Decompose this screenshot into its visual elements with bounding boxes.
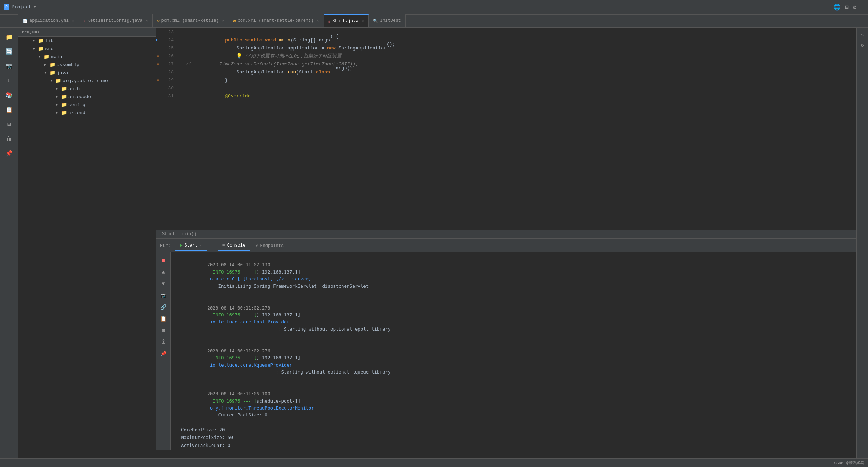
sidebar-project-icon[interactable]: 📁	[3, 31, 16, 44]
globe-icon[interactable]: 🌐	[833, 4, 841, 11]
line-30: 30	[156, 84, 178, 92]
minus-icon[interactable]: —	[861, 4, 864, 11]
tab-pom-parent[interactable]: m pom.xml (smart-kettle-parent) ✕	[229, 14, 324, 27]
code-line-30	[178, 84, 856, 92]
folder-icon: 📁	[61, 110, 67, 116]
status-right: CSDN @最强奚乌	[834, 460, 864, 466]
pin-icon[interactable]: 📌	[158, 348, 169, 359]
line-29: ● 29	[156, 76, 178, 84]
tab-application-yml[interactable]: 📄 application.yml ✕	[18, 14, 79, 27]
code-line-31: @Override	[178, 92, 856, 100]
line-28: 28	[156, 68, 178, 76]
settings-icon[interactable]: ⚙	[853, 4, 857, 11]
sidebar-down-icon[interactable]: ⬇	[3, 74, 16, 87]
tab-close[interactable]: ✕	[222, 19, 224, 23]
debug-marker: ●	[157, 61, 159, 67]
tab-label: pom.xml (smart-kettle)	[161, 18, 219, 23]
tab-console[interactable]: ⌨ Console	[218, 240, 251, 251]
main-area: 📁 🔄 📷 ⬇ 📚 📋 ⊞ 🗑 📌 Project ▶ 📁 lib ▼ 📁 sr…	[0, 28, 868, 458]
tree-item-autocode[interactable]: ▶ 📁 autocode	[18, 93, 156, 101]
tree-item-label: auth	[68, 86, 80, 92]
tree-item-label: config	[68, 102, 85, 108]
sidebar-trash-icon[interactable]: 🗑	[3, 132, 16, 145]
run-text: Run:	[160, 243, 171, 248]
sidebar-clipboard-icon[interactable]: 📋	[3, 103, 16, 116]
tab-pom-smart-kettle[interactable]: m pom.xml (smart-kettle) ✕	[153, 14, 229, 27]
tree-item-java[interactable]: ▼ 📁 java	[18, 69, 156, 77]
sidebar-history-icon[interactable]: 📚	[3, 89, 16, 102]
grid-small-icon[interactable]: ⊞	[158, 325, 169, 335]
sidebar-commit-icon[interactable]: 🔄	[3, 45, 16, 58]
tree-item-label: main	[51, 54, 62, 60]
tree-item-label: extend	[68, 110, 85, 116]
console-line-indent: CompletedTaskCount: 0	[174, 449, 853, 450]
tab-label: InitDest	[380, 18, 401, 23]
tree-item-org-frame[interactable]: ▼ 📁 org.yaukie.frame	[18, 77, 156, 85]
line-23: 23	[156, 28, 178, 36]
stop-icon[interactable]: ■	[158, 255, 169, 266]
debug-marker: ●	[157, 53, 159, 59]
trash-icon[interactable]: 🗑	[158, 337, 169, 347]
console-output[interactable]: 2023-08-14 00:11:02.130 INFO 16976 --- […	[171, 252, 856, 450]
breadcrumb-main: main()	[181, 232, 196, 237]
maven-icon: m	[233, 19, 236, 23]
status-bar: CSDN @最强奚乌	[0, 458, 868, 467]
run-arrow: ▶	[156, 37, 158, 44]
camera-icon[interactable]: 📷	[158, 290, 169, 300]
right-icon-1[interactable]: ▷	[858, 31, 867, 39]
tree-item-label: autocode	[68, 94, 91, 100]
tree-item-config[interactable]: ▶ 📁 config	[18, 101, 156, 109]
yml-icon: 📄	[23, 19, 28, 23]
run-tab-close[interactable]: ✕	[199, 243, 201, 248]
tab-label: KettleInitConfig.java	[88, 18, 142, 23]
tree-item-label: lib	[45, 38, 53, 44]
tab-close[interactable]: ✕	[72, 19, 74, 23]
tree-item-label: assembly	[57, 62, 79, 68]
dropdown-icon[interactable]: ▼	[34, 5, 36, 9]
code-line-28: SpringApplication.run(Start.class, args)…	[178, 68, 856, 76]
folder-icon: 📁	[44, 54, 49, 60]
start-run-icon: ▶	[180, 243, 182, 248]
top-bar-actions: 🌐 ⊞ ⚙ —	[833, 4, 864, 11]
tab-console-label: Console	[227, 243, 245, 248]
tab-start[interactable]: ▶ Start ✕	[175, 240, 206, 251]
breadcrumb: Start › main()	[156, 230, 856, 239]
tree-item-main[interactable]: ▼ 📁 main	[18, 53, 156, 61]
console-line-indent: MaximumPoolSize: 50	[174, 434, 853, 441]
tab-close[interactable]: ✕	[362, 19, 364, 23]
console-line: 2023-08-14 00:11:02.273 INFO 16976 --- […	[174, 297, 853, 340]
sidebar-camera-icon[interactable]: 📷	[3, 60, 16, 73]
run-label: Run:	[160, 243, 171, 248]
code-line-29: }	[178, 76, 856, 84]
project-icon: P	[4, 4, 9, 10]
tree-item-label: org.yaukie.frame	[63, 78, 108, 84]
link-icon[interactable]: 🔗	[158, 302, 169, 312]
tab-close[interactable]: ✕	[146, 19, 148, 23]
tree-item-extend[interactable]: ▶ 📁 extend	[18, 109, 156, 117]
tree-item-auth[interactable]: ▶ 📁 auth	[18, 85, 156, 93]
tab-bar: 📄 application.yml ✕ ☕ KettleInitConfig.j…	[0, 15, 868, 28]
scroll-down-icon[interactable]: ▼	[158, 279, 169, 289]
list-icon[interactable]: 📋	[158, 314, 169, 324]
right-icon-2[interactable]: ⚙	[858, 41, 867, 49]
tree-item-assembly[interactable]: ▶ 📁 assembly	[18, 61, 156, 69]
tab-initdest[interactable]: 🔍 InitDest	[369, 14, 406, 27]
scroll-up-icon[interactable]: ▲	[158, 267, 169, 277]
tree-item-src[interactable]: ▼ 📁 src	[18, 45, 156, 53]
tree-item-label: java	[57, 70, 68, 76]
top-bar: P Project ▼ 🌐 ⊞ ⚙ —	[0, 0, 868, 15]
tree-item-lib[interactable]: ▶ 📁 lib	[18, 37, 156, 45]
panel-tabs: ▶ Start ✕	[175, 240, 206, 251]
layout-icon[interactable]: ⊞	[845, 4, 849, 11]
code-editor[interactable]: 23 ▶ 24 25 ● 26 ● 27 28 ● 29	[156, 28, 856, 230]
code-line-25: SpringApplication application = new Spri…	[178, 44, 856, 52]
sidebar-grid-icon[interactable]: ⊞	[3, 118, 16, 131]
tab-close[interactable]: ✕	[317, 19, 319, 23]
code-line-23	[178, 28, 856, 36]
java-icon: ☕	[328, 19, 331, 24]
left-sidebar: 📁 🔄 📷 ⬇ 📚 📋 ⊞ 🗑 📌	[0, 28, 18, 458]
tab-kettleinitconfig[interactable]: ☕ KettleInitConfig.java ✕	[79, 14, 153, 27]
sidebar-pin-icon[interactable]: 📌	[3, 147, 16, 160]
tab-endpoints[interactable]: ⚡ Endpoints	[250, 241, 289, 251]
tab-start-java[interactable]: ☕ Start.java ✕	[324, 14, 369, 27]
